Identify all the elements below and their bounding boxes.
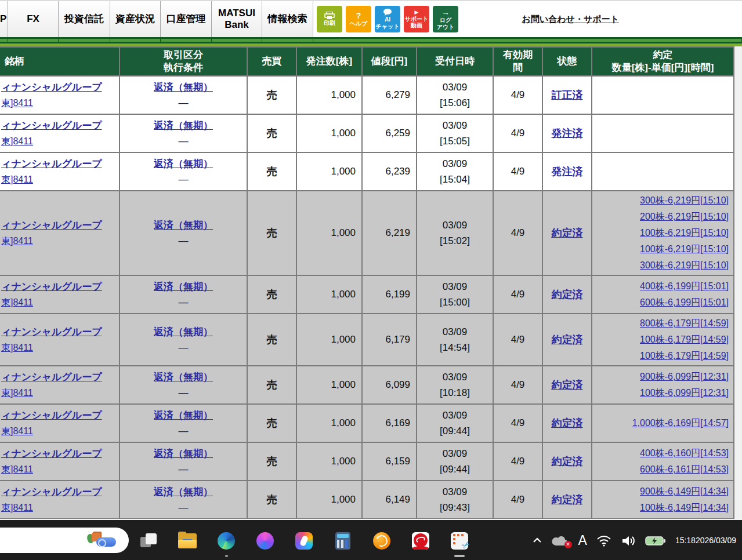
status-cell: 約定済 <box>542 404 592 442</box>
stock-code-link[interactable]: 東]8411 <box>1 503 33 512</box>
stock-code-link[interactable]: 東]8411 <box>1 174 33 184</box>
stock-name-link[interactable]: ィナンシャルグループ <box>1 158 102 169</box>
fill-link[interactable]: 300株-6,219円[15:10] <box>640 195 729 205</box>
price-cell: 6,199 <box>362 275 417 314</box>
validity-cell: 4/9 <box>493 114 542 152</box>
fill-link[interactable]: 200株-6,219円[15:10] <box>640 212 729 221</box>
stock-name-link[interactable]: ィナンシャルグループ <box>1 82 102 93</box>
fill-link[interactable]: 400株-6,199円[15:01] <box>640 281 729 291</box>
stock-code-link[interactable]: 東]8411 <box>1 136 33 146</box>
printer-icon <box>324 12 335 19</box>
fill-link[interactable]: 900株-6,099円[12:31] <box>640 372 729 381</box>
stock-name-link[interactable]: ィナンシャルグループ <box>1 220 102 231</box>
support-video-button[interactable]: ▶ サポート 動画 <box>404 6 429 32</box>
header-joutai: 状態 <box>542 47 592 76</box>
trade-type-link[interactable]: 返済（無期） <box>154 372 213 383</box>
help-button[interactable]: ? ヘルプ <box>346 6 371 32</box>
status-link[interactable]: 約定済 <box>552 417 583 429</box>
nav-tab-top[interactable]: P <box>0 1 8 37</box>
status-link[interactable]: 約定済 <box>552 456 583 467</box>
trade-type-link[interactable]: 返済（無期） <box>154 220 213 231</box>
fill-link[interactable]: 400株-6,160円[14:53] <box>640 448 729 458</box>
stock-code-link[interactable]: 東]8411 <box>1 464 33 474</box>
fill-link[interactable]: 600株-6,161円[14:53] <box>640 464 729 474</box>
stock-code-link[interactable]: 東]8411 <box>1 343 33 352</box>
stock-code-link[interactable]: 東]8411 <box>1 426 33 436</box>
trade-type-link[interactable]: 返済（無期） <box>154 448 213 459</box>
file-explorer-icon[interactable] <box>176 523 199 558</box>
fill-link[interactable]: 100株-6,149円[14:34] <box>640 503 729 512</box>
snipping-tool-icon[interactable]: ✂ <box>448 523 471 558</box>
status-link[interactable]: 約定済 <box>552 289 583 300</box>
validity-cell: 4/9 <box>493 76 542 114</box>
nav-tab-kouzakanri[interactable]: 口座管理 <box>161 1 212 37</box>
status-link[interactable]: 約定済 <box>552 494 583 506</box>
stock-cell: ィナンシャルグループ東]8411 <box>0 442 120 481</box>
stock-name-link[interactable]: ィナンシャルグループ <box>1 326 102 337</box>
status-link[interactable]: 発注済 <box>552 128 583 139</box>
nav-tab-matsui-bank[interactable]: MATSUI Bank <box>212 1 262 37</box>
stock-name-link[interactable]: ィナンシャルグループ <box>1 448 102 459</box>
trade-type-cell: 返済（無期）— <box>120 314 247 366</box>
status-link[interactable]: 約定済 <box>552 379 583 391</box>
copilot-icon[interactable] <box>292 523 316 558</box>
status-link[interactable]: 発注済 <box>552 166 583 177</box>
status-link[interactable]: 訂正済 <box>552 89 583 101</box>
trade-type-link[interactable]: 返済（無期） <box>154 326 213 337</box>
fill-link[interactable]: 100株-6,179円[14:59] <box>640 351 729 361</box>
order-qty-cell: 1,000 <box>296 152 362 191</box>
battery-icon[interactable] <box>645 535 666 547</box>
header-yakujou: 約定 数量[株]-単価[円][時間] <box>592 47 734 76</box>
taskbar-search-box[interactable] <box>0 528 129 553</box>
trade-type-link[interactable]: 返済（無期） <box>154 120 213 131</box>
calculator-icon[interactable] <box>331 523 354 558</box>
stock-code-link[interactable]: 東]8411 <box>1 98 33 108</box>
taskbar-clock[interactable]: 15:18 2026/03/09 <box>675 536 736 546</box>
status-link[interactable]: 約定済 <box>552 334 583 346</box>
ime-mode-indicator[interactable]: A <box>578 533 587 548</box>
fill-link[interactable]: 100株-6,219円[15:10] <box>640 244 729 254</box>
ai-chat-button[interactable]: AI チャット <box>375 6 400 32</box>
trade-type-link[interactable]: 返済（無期） <box>154 82 213 93</box>
fill-link[interactable]: 900株-6,149円[14:34] <box>640 486 729 496</box>
fill-link[interactable]: 600株-6,199円[15:01] <box>640 297 729 307</box>
trade-type-link[interactable]: 返済（無期） <box>154 486 213 497</box>
trade-type-link[interactable]: 返済（無期） <box>154 410 213 421</box>
trend-micro-icon[interactable] <box>409 523 432 558</box>
status-link[interactable]: 約定済 <box>552 227 583 239</box>
contact-support-link[interactable]: お問い合わせ・サポート <box>522 14 619 25</box>
print-button[interactable]: 印刷 <box>317 6 342 32</box>
trade-type-cell: 返済（無期）— <box>120 366 247 404</box>
wifi-icon[interactable] <box>596 535 611 547</box>
fill-link[interactable]: 100株-6,219円[15:10] <box>640 228 729 238</box>
stock-name-link[interactable]: ィナンシャルグループ <box>1 281 102 292</box>
volume-icon[interactable] <box>621 535 636 547</box>
logout-button[interactable]: → ログ アウト <box>433 6 458 32</box>
fill-link[interactable]: 100株-6,179円[14:59] <box>640 334 729 344</box>
trade-type-link[interactable]: 返済（無期） <box>154 281 213 292</box>
fill-link[interactable]: 300株-6,219円[15:10] <box>640 260 729 270</box>
stock-code-link[interactable]: 東]8411 <box>1 297 33 307</box>
onedrive-error-icon[interactable]: ✕ <box>552 535 569 547</box>
nav-tab-fx[interactable]: FX <box>8 1 59 37</box>
stock-name-link[interactable]: ィナンシャルグループ <box>1 372 102 383</box>
fill-link[interactable]: 1,000株-6,169円[14:57] <box>632 418 729 428</box>
stock-code-link[interactable]: 東]8411 <box>1 236 33 246</box>
edge-browser-icon[interactable] <box>215 523 238 558</box>
fill-link[interactable]: 100株-6,099円[12:31] <box>640 388 729 398</box>
table-row: ィナンシャルグループ東]8411返済（無期）—売1,0006,09903/09[… <box>0 366 734 404</box>
task-view-icon[interactable] <box>137 523 160 558</box>
fill-link[interactable]: 800株-6,179円[14:59] <box>640 318 729 328</box>
stock-name-link[interactable]: ィナンシャルグループ <box>1 410 102 421</box>
nav-tab-jouhoukensaku[interactable]: 情報検索 <box>262 1 313 37</box>
header-torihiki-kubun: 取引区分 執行条件 <box>120 47 247 76</box>
netstock-app-icon[interactable] <box>370 523 393 558</box>
swirl-app-icon[interactable] <box>254 523 277 558</box>
stock-name-link[interactable]: ィナンシャルグループ <box>1 120 102 131</box>
nav-tab-toushishintaku[interactable]: 投資信託 <box>59 1 110 37</box>
nav-tab-shisanjoukyou[interactable]: 資産状況 <box>110 1 161 37</box>
stock-code-link[interactable]: 東]8411 <box>1 388 33 398</box>
trade-type-link[interactable]: 返済（無期） <box>154 158 213 169</box>
stock-name-link[interactable]: ィナンシャルグループ <box>1 486 102 497</box>
tray-overflow-chevron-icon[interactable] <box>531 534 544 549</box>
